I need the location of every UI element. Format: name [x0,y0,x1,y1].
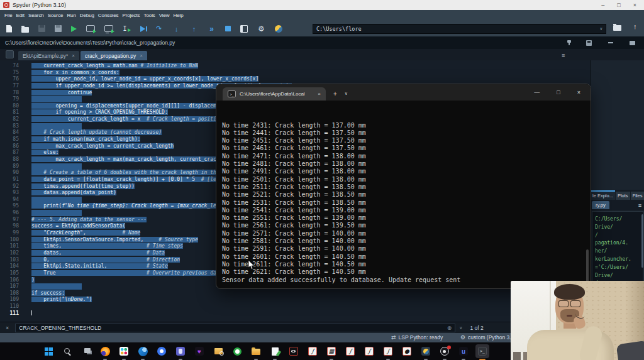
collapse-icon[interactable] [608,42,613,43]
terminal-title-bar[interactable]: >_ C:\Users\flore\AppData\Local × + ∨ — … [216,84,591,101]
pane-tab-leexplo[interactable]: le Explo... [591,190,615,200]
pane-tab-plots[interactable]: Plots [616,192,630,200]
line-number[interactable]: 86 [0,143,19,150]
terminal-tab-close-icon[interactable]: × [318,91,321,97]
terminal-tab-dropdown-icon[interactable]: ∨ [345,91,348,96]
line-number[interactable]: 106 [0,277,19,284]
taskbar-app-red-s2[interactable]: ∫ [381,344,395,358]
run-cell-icon[interactable] [86,25,95,32]
code-line[interactable]: if success: [28,290,590,297]
line-number[interactable]: 92 [0,183,19,190]
line-number[interactable]: 80 [0,103,19,110]
taskbar-app-red-note[interactable]: ∫ [343,344,357,358]
taskbar-obs[interactable] [438,344,452,358]
terminal-minimize-button[interactable]: — [534,89,540,95]
terminal-tab[interactable]: >_ C:\Users\flore\AppData\Local × [223,87,326,101]
maximize-pane-icon[interactable] [240,25,248,33]
terminal-maximize-button[interactable]: □ [557,89,560,95]
editor-tab[interactable]: EktApiExample.py*× [18,51,79,60]
line-number[interactable]: 109 [0,297,19,303]
taskbar-folder[interactable] [249,344,263,358]
console-scrollbar[interactable] [641,214,643,268]
run-icon[interactable] [71,26,77,32]
taskbar-app-indigo[interactable] [174,344,187,358]
stop-icon[interactable] [225,26,231,31]
find-clear-icon[interactable]: ⊗ [447,325,452,331]
line-number[interactable]: 76 [0,76,19,83]
taskbar-slack[interactable] [117,344,131,358]
taskbar-app-red-flash[interactable]: ∫ [306,344,319,358]
terminal-scrollbar[interactable] [586,249,589,282]
taskbar-spyder[interactable] [419,344,433,358]
menu-search[interactable]: Search [26,13,46,18]
open-file-icon[interactable] [21,27,29,33]
line-number[interactable]: 74 [0,63,19,70]
line-number[interactable]: 81 [0,109,19,116]
taskbar-app-signal[interactable] [155,344,169,358]
working-directory-input[interactable]: C:\Users\flore ∨ [313,24,606,34]
pane-menu-icon[interactable]: ≡ [638,202,644,209]
close-button[interactable]: × [633,0,636,10]
debug-icon[interactable] [140,26,145,32]
line-number[interactable]: 85 [0,136,19,143]
menu-help[interactable]: Help [172,13,186,18]
maximize-button[interactable]: □ [617,0,620,10]
cwd-dropdown-icon[interactable]: ∨ [600,25,602,33]
code-line[interactable]: for x in common_x_coords: [28,70,590,77]
tab-close-icon[interactable]: × [72,53,75,58]
taskbar-app-blue[interactable] [136,344,150,358]
run-selection-icon[interactable] [123,25,131,33]
line-number[interactable]: 84 [0,129,19,136]
taskbar-start[interactable] [42,344,55,358]
taskbar-app-qr[interactable]: ▦ [325,344,338,358]
line-number[interactable]: 107 [0,283,19,290]
taskbar-app-red-s1[interactable]: ∫ [362,344,376,358]
code-line[interactable]: current_crack_length = math.nan # Initia… [28,63,590,70]
line-number[interactable]: 79 [0,96,19,103]
editor-tab[interactable]: crack_propagation.py× [80,51,147,60]
tab-options-icon[interactable]: ≡ [562,52,565,58]
minimize-button[interactable]: – [601,0,604,10]
find-dropdown-icon[interactable]: ∨ [459,325,462,330]
taskbar-app-green-ring[interactable] [230,344,244,358]
line-number[interactable]: 102 [0,250,19,257]
menu-consoles[interactable]: Consoles [96,13,121,18]
line-number[interactable]: 97 [0,217,19,224]
step-return-icon[interactable] [190,25,198,33]
continue-icon[interactable] [208,25,216,33]
line-number[interactable]: 100 [0,237,19,244]
find-input[interactable]: CRACK_OPENING_THRESHOLD ⊗ [15,324,455,332]
line-number[interactable]: 104 [0,263,19,270]
line-number[interactable]: 108 [0,290,19,297]
line-number[interactable]: 105 [0,270,19,277]
line-number[interactable]: 78 [0,90,19,97]
browse-tabs-icon[interactable] [6,50,14,58]
tab-close-icon[interactable]: × [140,53,143,58]
save-icon[interactable] [586,40,592,46]
save-all-icon[interactable] [55,25,62,32]
console-tab[interactable]: ry.py [592,201,609,209]
line-number[interactable]: 103 [0,257,19,264]
taskbar-app-red-eye[interactable] [287,344,301,358]
menu-projects[interactable]: Projects [120,13,142,18]
line-number[interactable]: 96 [0,210,19,217]
browse-folder-icon[interactable] [613,25,621,31]
line-number[interactable]: 90 [0,170,19,177]
line-number[interactable]: 83 [0,123,19,130]
taskbar-search[interactable] [60,344,74,358]
find-close-icon[interactable]: × [0,325,15,331]
step-over-icon[interactable] [155,25,163,33]
menu-source[interactable]: Source [46,13,65,18]
line-number[interactable]: 77 [0,83,19,90]
new-file-icon[interactable] [6,25,12,33]
line-number[interactable]: 82 [0,116,19,123]
line-number[interactable]: 101 [0,243,19,250]
run-cell-advance-icon[interactable] [104,25,113,32]
terminal-output[interactable]: No time 2431: Crack length = 137.00 mmNo… [216,101,591,289]
taskbar-terminal[interactable]: >_ [475,344,489,358]
maximize-icon[interactable] [630,41,635,45]
terminal-new-tab-icon[interactable]: + [333,90,337,97]
line-number[interactable]: 110 [0,303,19,310]
line-number[interactable]: 89 [0,163,19,170]
line-number[interactable]: 88 [0,156,19,163]
